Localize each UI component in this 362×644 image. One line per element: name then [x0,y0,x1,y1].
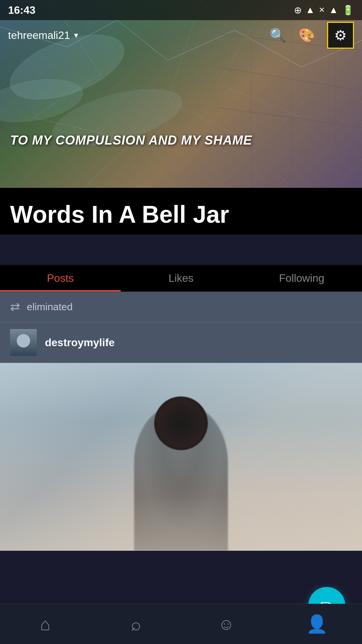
username-section[interactable]: tehreemali21 ▾ [8,29,78,42]
account-icon: 👤 [306,614,328,634]
svg-line-17 [218,107,362,127]
tabs-bar: Posts Likes Following [0,265,362,292]
gear-icon: ⚙ [334,27,347,44]
reblog-icon: ⇄ [10,300,20,314]
svg-line-9 [84,141,134,188]
tab-following[interactable]: Following [241,265,362,291]
tab-posts[interactable]: Posts [0,265,121,291]
nav-home[interactable]: ⌂ [0,604,90,644]
username-label[interactable]: tehreemali21 [8,29,70,42]
settings-button[interactable]: ⚙ [327,22,354,49]
bottom-navigation: ⌂ ⌕ ☺ 👤 [0,604,362,644]
avatar [10,329,37,356]
home-icon: ⌂ [40,614,50,634]
svg-line-13 [218,84,302,117]
nav-icons-right: 🔍 🎨 ⚙ [269,22,354,49]
activity-icon: ☺ [218,615,234,633]
banner-quote: TO MY COMPULSION AND MY SHAME [10,133,252,148]
post-user-row[interactable]: destroymylife [0,322,362,363]
svg-line-16 [218,67,362,91]
reblog-row: ⇄ eliminated [0,292,362,322]
search-icon[interactable]: 🔍 [269,28,286,43]
add-circle-icon: ⊕ [294,5,302,16]
battery-icon: 🔋 [342,5,354,16]
status-icons: ⊕ ▲ ✕ ▲ 🔋 [294,5,354,16]
x-icon: ✕ [319,6,325,14]
post-background [0,363,362,551]
dropdown-icon[interactable]: ▾ [74,31,78,40]
wifi-icon: ▲ [306,5,315,15]
reblog-label: eliminated [27,301,73,313]
search-nav-icon: ⌕ [131,614,141,634]
nav-search[interactable]: ⌕ [90,604,181,644]
nav-account[interactable]: 👤 [272,604,362,644]
avatar-image [10,329,37,356]
post-username[interactable]: destroymylife [45,336,115,349]
nav-activity[interactable]: ☺ [181,604,272,644]
status-time: 16:43 [8,4,36,16]
blog-title: Words In A Bell Jar [10,201,352,228]
status-bar: 16:43 ⊕ ▲ ✕ ▲ 🔋 [0,0,362,20]
signal-icon: ▲ [329,5,338,15]
content-area: ⇄ eliminated destroymylife [0,292,362,551]
top-navigation: tehreemali21 ▾ 🔍 🎨 ⚙ [0,20,362,50]
tab-likes[interactable]: Likes [121,265,241,291]
palette-icon[interactable]: 🎨 [298,28,315,43]
blog-title-area: Words In A Bell Jar [0,188,362,234]
post-image [0,363,362,551]
